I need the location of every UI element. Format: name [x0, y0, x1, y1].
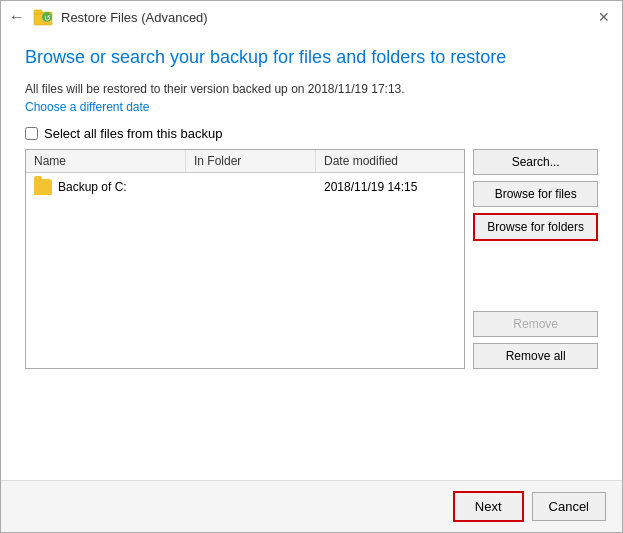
- window: ← ↺ Restore Files (Advanced) ✕ Browse or…: [0, 0, 623, 533]
- remove-all-button[interactable]: Remove all: [473, 343, 598, 369]
- spacer: [25, 369, 598, 480]
- svg-text:↺: ↺: [44, 14, 51, 23]
- button-panel: Search... Browse for files Browse for fo…: [473, 149, 598, 369]
- select-all-label: Select all files from this backup: [44, 126, 222, 141]
- next-button[interactable]: Next: [453, 491, 524, 522]
- svg-rect-1: [34, 10, 42, 14]
- col-folder-header: In Folder: [186, 150, 316, 172]
- file-list-body: Backup of C: 2018/11/19 14:15: [26, 173, 464, 368]
- table-header: Name In Folder Date modified: [26, 150, 464, 173]
- browse-folders-button[interactable]: Browse for folders: [473, 213, 598, 241]
- file-list-panel: Name In Folder Date modified Backup of C…: [25, 149, 465, 369]
- search-button[interactable]: Search...: [473, 149, 598, 175]
- back-button[interactable]: ←: [9, 8, 25, 26]
- col-date-header: Date modified: [316, 150, 464, 172]
- content-area: Browse or search your backup for files a…: [1, 31, 622, 480]
- main-area: Name In Folder Date modified Backup of C…: [25, 149, 598, 369]
- app-icon: ↺: [33, 7, 53, 27]
- choose-date-link[interactable]: Choose a different date: [25, 100, 598, 114]
- info-text: All files will be restored to their vers…: [25, 82, 598, 96]
- browse-files-button[interactable]: Browse for files: [473, 181, 598, 207]
- window-title: Restore Files (Advanced): [61, 10, 208, 25]
- btn-spacer: [473, 247, 598, 305]
- file-cell-name: Backup of C:: [26, 177, 186, 197]
- select-all-checkbox[interactable]: [25, 127, 38, 140]
- file-name: Backup of C:: [58, 180, 127, 194]
- col-name-header: Name: [26, 150, 186, 172]
- bottom-bar: Next Cancel: [1, 480, 622, 532]
- file-cell-folder: [186, 185, 316, 189]
- select-all-row: Select all files from this backup: [25, 126, 598, 141]
- title-bar: ← ↺ Restore Files (Advanced) ✕: [1, 1, 622, 31]
- close-button[interactable]: ✕: [594, 9, 614, 25]
- folder-icon: [34, 179, 52, 195]
- title-bar-left: ← ↺ Restore Files (Advanced): [9, 7, 208, 27]
- page-heading: Browse or search your backup for files a…: [25, 47, 598, 68]
- cancel-button[interactable]: Cancel: [532, 492, 606, 521]
- table-row[interactable]: Backup of C: 2018/11/19 14:15: [26, 173, 464, 201]
- file-cell-date: 2018/11/19 14:15: [316, 178, 464, 196]
- remove-button[interactable]: Remove: [473, 311, 598, 337]
